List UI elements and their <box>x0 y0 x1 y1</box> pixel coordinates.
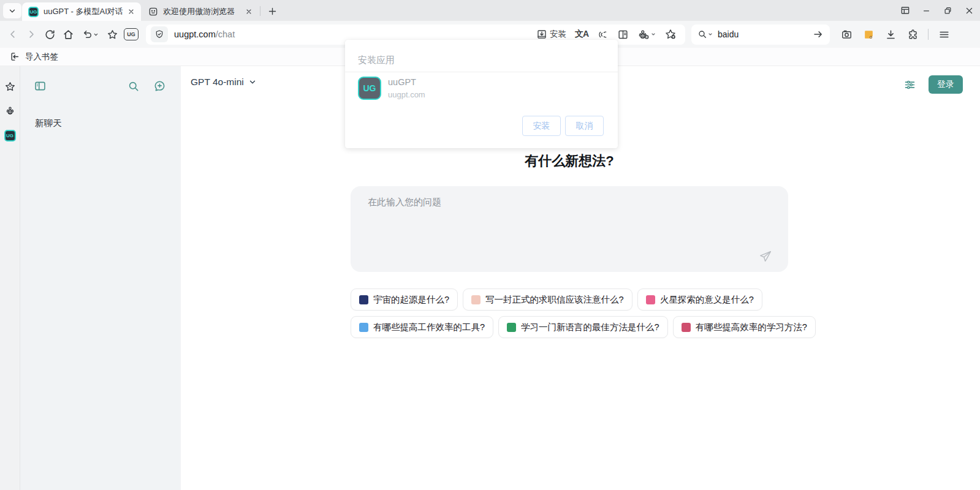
star-plus-icon <box>664 28 677 40</box>
downloads-button[interactable] <box>881 25 900 43</box>
bee-collect-button[interactable] <box>637 28 656 41</box>
books-icon <box>682 323 691 332</box>
galaxy-icon <box>359 295 368 304</box>
ug-badge-icon: UG <box>28 7 39 17</box>
chat-column: 有什么新想法? 宇宙的起源是什么?写一封正式的求职信应该注意什么?火星探索的意义… <box>351 152 788 338</box>
sliders-icon <box>903 78 916 91</box>
undo-button[interactable] <box>77 25 103 43</box>
suggestion-label: 有哪些提高效率的学习方法? <box>696 322 807 333</box>
reading-mode-button[interactable] <box>617 29 629 40</box>
suggestion-chip[interactable]: 火星探索的意义是什么? <box>637 288 762 311</box>
search-chats-button[interactable] <box>127 80 140 92</box>
hamburger-menu-icon <box>938 29 950 40</box>
search-engine-icon[interactable] <box>697 29 707 39</box>
notes-button[interactable] <box>859 25 878 43</box>
plus-icon <box>268 7 277 16</box>
toolbar-right-actions <box>837 25 953 43</box>
import-bookmarks-button[interactable]: 导入书签 <box>6 50 62 64</box>
suggestion-chip[interactable]: 学习一门新语言的最佳方法是什么? <box>498 316 668 338</box>
suggestion-chip[interactable]: 有哪些提高效率的学习方法? <box>673 316 816 338</box>
forward-button[interactable] <box>22 25 40 43</box>
ug-extension-button[interactable]: UG <box>124 28 139 40</box>
uugpt-panel-button[interactable]: UG <box>4 130 16 141</box>
note-icon <box>863 29 875 40</box>
back-button[interactable] <box>4 25 22 43</box>
install-icon <box>536 29 547 40</box>
star-icon <box>107 29 118 40</box>
puzzle-icon <box>907 29 919 40</box>
bee-panel-button[interactable] <box>4 105 16 117</box>
suggestion-label: 宇宙的起源是什么? <box>373 294 449 306</box>
read-aloud-button[interactable] <box>597 29 609 40</box>
search-go-icon[interactable] <box>813 29 824 40</box>
home-button[interactable] <box>59 25 77 43</box>
chevron-down-icon <box>708 32 713 37</box>
chat-sidebar-toolbar <box>34 80 166 92</box>
chat-sidebar: 新聊天 <box>20 66 181 490</box>
site-security-button[interactable] <box>151 26 168 42</box>
message-input[interactable] <box>351 186 788 272</box>
minimize-icon[interactable] <box>916 0 937 21</box>
dialog-install-button[interactable]: 安装 <box>522 116 561 136</box>
screenshot-button[interactable] <box>837 25 856 43</box>
suggestion-row: 宇宙的起源是什么?写一封正式的求职信应该注意什么?火星探索的意义是什么? <box>351 288 788 311</box>
reload-button[interactable] <box>40 25 59 43</box>
dialog-cancel-button[interactable]: 取消 <box>565 116 604 136</box>
tab-close-icon[interactable] <box>127 8 135 15</box>
suggestion-label: 写一封正式的求职信应该注意什么? <box>485 294 624 306</box>
url-display[interactable]: uugpt.com/chat <box>174 29 536 39</box>
settings-button[interactable] <box>903 78 916 91</box>
main-menu-button[interactable] <box>935 25 953 43</box>
import-bookmarks-icon <box>10 51 20 62</box>
address-bar-actions: 安装 文A <box>536 28 680 41</box>
add-favorite-button[interactable] <box>664 28 677 40</box>
install-app-dialog: 安装应用 UG uuGPT uugpt.com 安装 取消 <box>345 40 618 148</box>
undo-icon <box>82 29 93 40</box>
login-button[interactable]: 登录 <box>929 75 963 94</box>
bee-collect-icon <box>637 28 650 41</box>
close-icon[interactable] <box>959 0 980 21</box>
suggestion-chip[interactable]: 宇宙的起源是什么? <box>351 288 458 311</box>
read-aloud-icon <box>597 29 609 40</box>
new-tab-button[interactable] <box>265 4 279 18</box>
translate-icon[interactable]: 文A <box>575 29 588 40</box>
suggestion-rows: 宇宙的起源是什么?写一封正式的求职信应该注意什么?火星探索的意义是什么?有哪些提… <box>351 288 788 338</box>
install-label: 安装 <box>550 29 566 40</box>
install-app-button[interactable]: 安装 <box>536 29 566 40</box>
home-icon <box>63 29 74 40</box>
chevron-down-icon <box>8 7 17 15</box>
book-icon <box>617 29 629 40</box>
suggestion-chip[interactable]: 写一封正式的求职信应该注意什么? <box>463 288 632 311</box>
app-name: uuGPT <box>388 77 425 87</box>
panel-layout-icon[interactable] <box>894 0 916 21</box>
restore-icon[interactable] <box>937 0 959 21</box>
search-icon <box>127 80 140 92</box>
app-domain: uugpt.com <box>388 90 425 99</box>
chevron-down-icon <box>248 78 257 86</box>
forward-icon <box>26 29 37 40</box>
message-input-card <box>351 186 788 272</box>
star-face-icon <box>4 81 16 92</box>
favorites-panel-button[interactable] <box>4 81 16 92</box>
tab-close-icon[interactable] <box>245 8 253 15</box>
collapse-sidebar-icon <box>34 80 47 92</box>
model-selector[interactable]: GPT 4o-mini <box>191 77 257 88</box>
camera-icon <box>841 29 853 40</box>
suggestion-row: 有哪些提高工作效率的工具?学习一门新语言的最佳方法是什么?有哪些提高效率的学习方… <box>351 316 788 338</box>
collapse-sidebar-button[interactable] <box>34 80 47 92</box>
suggestion-chip[interactable]: 有哪些提高工作效率的工具? <box>351 316 493 338</box>
tab-uugpt[interactable]: UG uuGPT - 多模型AI对话 <box>22 2 141 21</box>
new-chat-button[interactable] <box>153 80 166 92</box>
extensions-button[interactable] <box>903 25 922 43</box>
dialog-separator <box>345 72 618 72</box>
search-input[interactable] <box>718 29 791 39</box>
search-box[interactable] <box>691 24 830 45</box>
send-button[interactable] <box>759 250 772 263</box>
sidebar-item-new-chat[interactable]: 新聊天 <box>34 114 172 133</box>
chat-header-actions: 登录 <box>903 75 963 94</box>
tab-list-dropdown-button[interactable] <box>3 3 21 18</box>
computer-icon <box>359 323 368 332</box>
favorites-button[interactable] <box>103 25 121 43</box>
bee-icon <box>4 105 16 117</box>
tab-welcome[interactable]: 欢迎使用傲游浏览器 <box>142 2 259 21</box>
